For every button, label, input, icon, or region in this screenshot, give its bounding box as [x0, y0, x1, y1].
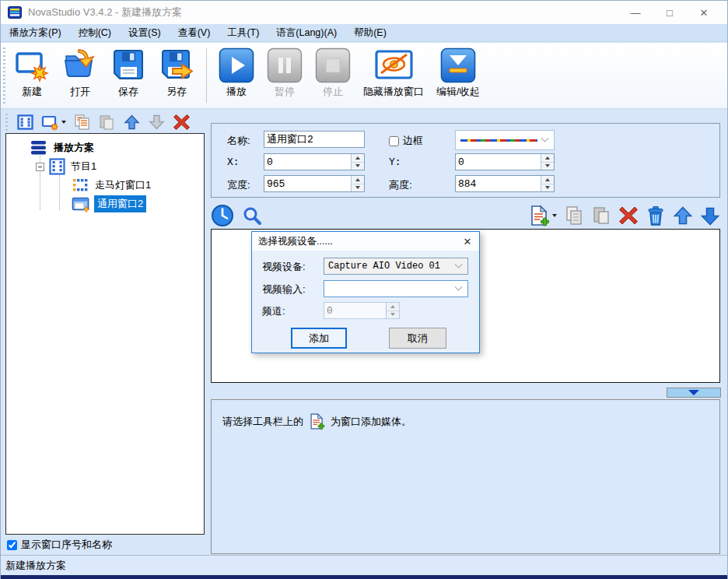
tree-item-label: 播放方案	[54, 141, 94, 155]
spin-up-icon[interactable]	[352, 154, 364, 163]
status-bar: 新建播放方案	[1, 555, 727, 575]
copy-node-button[interactable]	[73, 114, 91, 131]
delete-node-button[interactable]	[173, 114, 191, 131]
save-button[interactable]: 保存	[105, 45, 152, 101]
hide-playback-label: 隐藏播放窗口	[363, 85, 424, 99]
marquee-icon	[72, 177, 90, 193]
video-device-combobox[interactable]: Capture AIO Video 01	[324, 258, 468, 275]
spin-down-icon[interactable]	[541, 163, 554, 170]
y-label: Y:	[389, 156, 401, 168]
preview-search-button[interactable]	[242, 205, 263, 226]
media-toolbar	[211, 202, 720, 229]
menu-language[interactable]: 语言(Lang)(A)	[268, 24, 345, 41]
clear-all-trash-button[interactable]	[646, 205, 666, 226]
stop-label: 停止	[323, 85, 343, 99]
stop-button: 停止	[310, 45, 356, 101]
border-checkbox[interactable]	[389, 136, 399, 146]
tree-toolbar-gripper	[5, 114, 8, 131]
spin-down-icon	[387, 311, 399, 319]
video-input-combobox[interactable]	[324, 280, 468, 297]
video-device-value: Capture AIO Video 01	[324, 261, 456, 272]
menu-view[interactable]: 查看(V)	[170, 24, 219, 41]
y-spinner[interactable]	[455, 153, 555, 170]
playtime-clock-button[interactable]	[211, 204, 234, 227]
new-button[interactable]: 新建	[9, 45, 55, 101]
menu-playscheme[interactable]: 播放方案(P)	[1, 24, 70, 41]
cancel-button[interactable]: 取消	[389, 328, 446, 349]
open-icon	[62, 47, 98, 83]
height-input[interactable]	[456, 176, 541, 191]
tree-item-marquee-window[interactable]: 走马灯窗口1	[6, 176, 204, 195]
spin-down-icon[interactable]	[541, 184, 554, 192]
tree-item-label: 走马灯窗口1	[95, 178, 151, 192]
add-program-button[interactable]	[16, 114, 34, 131]
border-style-preview	[460, 139, 537, 142]
height-spinner[interactable]	[455, 175, 555, 192]
play-icon	[219, 47, 254, 83]
channel-spinner	[324, 302, 400, 319]
save-as-button[interactable]: 另存	[153, 45, 200, 101]
spin-up-icon[interactable]	[541, 154, 554, 163]
add-media-button[interactable]	[529, 205, 557, 226]
toolbar-separator	[206, 48, 207, 103]
window-properties-panel: 名称: 边框 X: Y: 宽度: 高度:	[211, 123, 720, 198]
save-as-label: 另存	[166, 85, 187, 99]
y-input[interactable]	[456, 154, 541, 170]
dialog-close-button[interactable]: ✕	[456, 232, 479, 251]
tree-item-program[interactable]: 节目1	[6, 157, 204, 176]
spin-up-icon	[387, 303, 399, 311]
play-label: 播放	[226, 85, 247, 99]
main-toolbar: 新建 打开 保存	[1, 43, 727, 109]
close-button[interactable]: ✕	[687, 1, 721, 24]
hide-playback-button[interactable]: 隐藏播放窗口	[358, 45, 429, 101]
spin-down-icon[interactable]	[352, 163, 364, 170]
show-window-index-label: 显示窗口序号和名称	[21, 538, 112, 552]
stop-icon	[315, 47, 351, 83]
general-window-icon	[72, 196, 90, 212]
move-up-button[interactable]	[123, 114, 141, 131]
name-label: 名称:	[227, 134, 250, 148]
show-window-index-option: 显示窗口序号和名称	[7, 538, 112, 552]
edit-collapse-label: 编辑/收起	[436, 85, 480, 99]
channel-label: 频道:	[262, 304, 285, 318]
add-media-hint-icon	[309, 412, 325, 430]
panel-collapse-handle[interactable]	[667, 388, 721, 398]
minimize-button[interactable]: —	[618, 1, 653, 24]
eye-slash-icon	[373, 47, 414, 83]
open-button[interactable]: 打开	[57, 45, 103, 101]
name-input[interactable]	[264, 131, 365, 148]
show-window-index-checkbox[interactable]	[7, 540, 17, 550]
video-input-label: 视频输入:	[262, 282, 306, 297]
add-media-caret-icon[interactable]	[552, 214, 557, 217]
play-button[interactable]: 播放	[213, 45, 260, 101]
delete-x-icon	[173, 114, 191, 131]
maximize-button[interactable]: □	[653, 1, 687, 24]
media-down-button[interactable]	[700, 205, 720, 226]
width-input[interactable]	[264, 176, 351, 191]
tree-item-label-selected: 通用窗口2	[94, 195, 146, 212]
x-input[interactable]	[264, 154, 351, 170]
delete-media-button[interactable]	[618, 205, 639, 226]
menu-help[interactable]: 帮助(E)	[345, 24, 395, 41]
spin-up-icon[interactable]	[352, 176, 364, 184]
border-style-combobox[interactable]	[455, 130, 555, 150]
width-spinner[interactable]	[264, 175, 365, 192]
dialog-title: 选择视频设备......	[258, 235, 333, 248]
tree-item-scheme[interactable]: 播放方案	[6, 139, 204, 157]
menu-control[interactable]: 控制(C)	[70, 24, 120, 41]
collapse-toggle-icon[interactable]	[36, 163, 44, 171]
add-window-button[interactable]	[41, 114, 66, 131]
dialog-title-bar[interactable]: 选择视频设备...... ✕	[252, 232, 479, 251]
menu-settings[interactable]: 设置(S)	[120, 24, 170, 41]
menu-tools[interactable]: 工具(T)	[219, 24, 268, 41]
video-device-label: 视频设备:	[262, 260, 306, 274]
add-button[interactable]: 添加	[291, 328, 347, 349]
spin-up-icon[interactable]	[541, 176, 554, 184]
edit-collapse-button[interactable]: 编辑/收起	[431, 45, 485, 101]
app-window: NovaStudio V3.4.2 - 新建播放方案 — □ ✕ 播放方案(P)…	[0, 0, 728, 579]
spin-down-icon[interactable]	[352, 184, 364, 192]
x-spinner[interactable]	[264, 153, 365, 170]
tree-item-general-window[interactable]: 通用窗口2	[6, 195, 204, 213]
media-up-button[interactable]	[673, 205, 693, 226]
add-window-caret-icon[interactable]	[61, 121, 66, 124]
